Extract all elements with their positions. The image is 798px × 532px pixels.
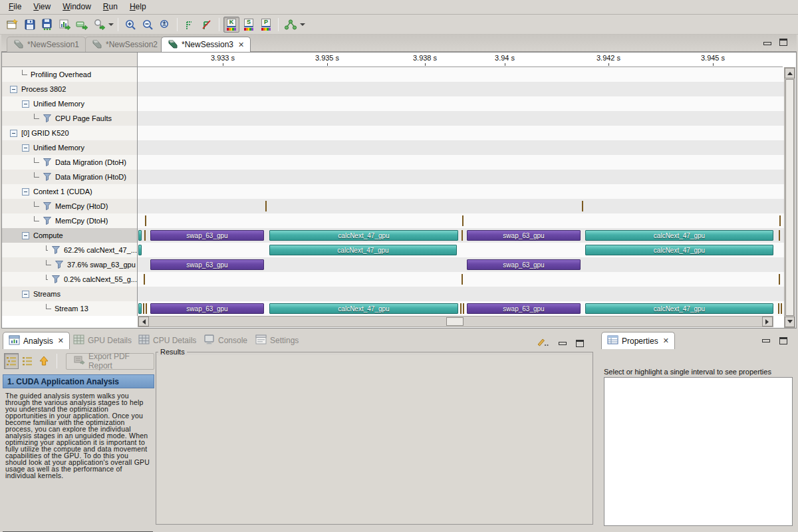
- kernel-s-icon[interactable]: S: [241, 17, 257, 33]
- close-icon[interactable]: ✕: [57, 336, 64, 345]
- panel-tab-properties[interactable]: Properties ✕: [601, 332, 675, 349]
- timeline-track[interactable]: [138, 96, 785, 111]
- tiny-kernel-interval[interactable]: [779, 215, 781, 226]
- panel-tab-cpu-details[interactable]: CPU Details: [133, 332, 201, 349]
- analysis-tree-dropdown-icon[interactable]: [299, 17, 306, 33]
- tiny-kernel-interval[interactable]: [463, 303, 464, 314]
- minimize-icon[interactable]: [559, 342, 567, 345]
- timeline-track[interactable]: calcNext_47_gpucalcNext_47_gpu: [138, 243, 785, 257]
- session-tab-newsession1[interactable]: *NewSession1: [7, 37, 86, 52]
- marker-f-icon[interactable]: [182, 17, 198, 33]
- zoom-in-icon[interactable]: [122, 17, 138, 33]
- up-level-button[interactable]: [37, 353, 51, 369]
- tree-row-profiling-overhead[interactable]: Profiling Overhead: [2, 67, 138, 82]
- kernel-interval-calcNext_47_gpu[interactable]: calcNext_47_gpu: [585, 303, 773, 314]
- collapse-icon[interactable]: [10, 130, 17, 137]
- tiny-kernel-interval[interactable]: [144, 230, 146, 241]
- collapse-icon[interactable]: [22, 232, 29, 239]
- tree-row-unified-memory[interactable]: Unified Memory: [2, 140, 138, 155]
- maximize-icon[interactable]: [576, 340, 584, 347]
- tree-row--0-grid-k520[interactable]: [0] GRID K520: [2, 126, 138, 140]
- maximize-icon[interactable]: [779, 337, 787, 344]
- scroll-right-button[interactable]: [762, 317, 773, 327]
- filter-icon[interactable]: [55, 260, 64, 270]
- tiny-kernel-interval[interactable]: [462, 215, 464, 226]
- scroll-up-button[interactable]: [785, 68, 795, 78]
- timeline-track[interactable]: [138, 184, 785, 199]
- run-segment-icon[interactable]: [74, 17, 90, 33]
- timeline-track[interactable]: [138, 111, 785, 126]
- filter-icon[interactable]: [43, 172, 52, 182]
- timeline-track[interactable]: [138, 67, 785, 82]
- timeline-track[interactable]: swap_63_gpuswap_63_gpu: [138, 257, 785, 272]
- kernel-interval-swap_63_gpu[interactable]: swap_63_gpu: [467, 303, 581, 314]
- kernel-interval-swap_63_gpu[interactable]: swap_63_gpu: [467, 259, 581, 270]
- kernel-interval-fragment[interactable]: [138, 303, 142, 314]
- save-icon[interactable]: [22, 17, 38, 33]
- timeline-ruler[interactable]: 3.933 s3.935 s3.938 s3.94 s3.942 s3.945 …: [138, 53, 783, 67]
- tiny-kernel-interval[interactable]: [781, 303, 782, 314]
- timeline-track[interactable]: swap_63_gpucalcNext_47_gpuswap_63_gpucal…: [138, 228, 785, 243]
- tiny-kernel-interval[interactable]: [779, 274, 780, 285]
- collapse-icon[interactable]: [22, 291, 29, 298]
- maximize-icon[interactable]: [779, 39, 787, 46]
- tiny-kernel-interval[interactable]: [143, 303, 144, 314]
- tree-row-context-1-cuda-[interactable]: Context 1 (CUDA): [2, 184, 138, 199]
- kernel-interval-swap_63_gpu[interactable]: swap_63_gpu: [467, 230, 581, 241]
- kernel-interval-fragment[interactable]: [138, 245, 142, 255]
- kernel-interval-calcNext_47_gpu[interactable]: calcNext_47_gpu: [269, 303, 458, 314]
- zoom-search-icon[interactable]: [91, 17, 107, 33]
- minimize-icon[interactable]: [763, 42, 771, 45]
- zoom-out-icon[interactable]: [140, 17, 156, 33]
- tree-row-stream-13[interactable]: Stream 13: [2, 301, 138, 316]
- tiny-kernel-interval[interactable]: [146, 303, 147, 314]
- zoom-fit-icon[interactable]: [157, 17, 173, 33]
- kernel-interval-calcNext_47_gpu[interactable]: calcNext_47_gpu: [585, 245, 773, 255]
- scroll-down-button[interactable]: [785, 317, 795, 327]
- marker-f-off-icon[interactable]: [199, 17, 215, 33]
- tiny-kernel-interval[interactable]: [582, 201, 583, 211]
- profile-chart-icon[interactable]: [57, 17, 72, 33]
- panel-tab-console[interactable]: Console: [198, 332, 253, 349]
- tree-row-62-2-calcnext-47-[interactable]: 62.2% calcNext_47_...: [2, 243, 138, 257]
- close-icon[interactable]: ✕: [662, 336, 669, 345]
- minimize-icon[interactable]: [762, 339, 770, 342]
- kernel-interval-calcNext_47_gpu[interactable]: calcNext_47_gpu: [269, 230, 458, 241]
- new-session-icon[interactable]: [5, 17, 21, 33]
- timeline-track[interactable]: [138, 126, 785, 140]
- filter-icon[interactable]: [43, 158, 52, 168]
- analysis-tree-icon[interactable]: [283, 17, 299, 33]
- collapse-icon[interactable]: [10, 86, 17, 93]
- timeline-track[interactable]: [138, 199, 785, 213]
- tree-row-37-6-swap-63-gpu[interactable]: 37.6% swap_63_gpu: [2, 257, 138, 272]
- panel-tab-analysis[interactable]: Analysis✕: [3, 332, 70, 349]
- timeline-track[interactable]: [138, 272, 785, 287]
- tree-row-compute[interactable]: Compute: [2, 228, 138, 243]
- tree-row-streams[interactable]: Streams: [2, 287, 138, 301]
- tree-row-unified-memory[interactable]: Unified Memory: [2, 96, 138, 111]
- session-tab-newsession3[interactable]: *NewSession3✕: [161, 37, 251, 52]
- scroll-left-button[interactable]: [138, 317, 149, 327]
- filter-icon[interactable]: [43, 201, 52, 211]
- timeline-track[interactable]: swap_63_gpucalcNext_47_gpuswap_63_gpucal…: [138, 301, 785, 316]
- kernel-interval-swap_63_gpu[interactable]: swap_63_gpu: [150, 230, 264, 241]
- menu-window[interactable]: Window: [57, 0, 97, 13]
- close-icon[interactable]: ✕: [237, 41, 244, 49]
- horizontal-scrollbar[interactable]: [138, 316, 773, 327]
- panel-tab-settings[interactable]: Settings: [250, 332, 304, 349]
- timeline-track[interactable]: [138, 140, 785, 155]
- tiny-kernel-interval[interactable]: [778, 303, 779, 314]
- vscroll-thumb[interactable]: [785, 79, 794, 316]
- save-all-icon[interactable]: [39, 17, 55, 33]
- tree-row-process-3802[interactable]: Process 3802: [2, 82, 138, 96]
- tree-row-0-2-calcnext-55-g-[interactable]: 0.2% calcNext_55_g...: [2, 272, 138, 287]
- filter-icon[interactable]: [43, 216, 52, 226]
- kernel-k-icon[interactable]: K: [223, 17, 239, 33]
- tiny-kernel-interval[interactable]: [462, 274, 463, 285]
- export-pdf-button[interactable]: Export PDF Report: [66, 353, 154, 370]
- tree-row-memcpy-htod-[interactable]: MemCpy (HtoD): [2, 199, 138, 213]
- timeline-track[interactable]: [138, 213, 785, 228]
- menu-file[interactable]: File: [3, 0, 27, 13]
- tiny-kernel-interval[interactable]: [779, 230, 780, 241]
- hscroll-thumb[interactable]: [446, 317, 464, 326]
